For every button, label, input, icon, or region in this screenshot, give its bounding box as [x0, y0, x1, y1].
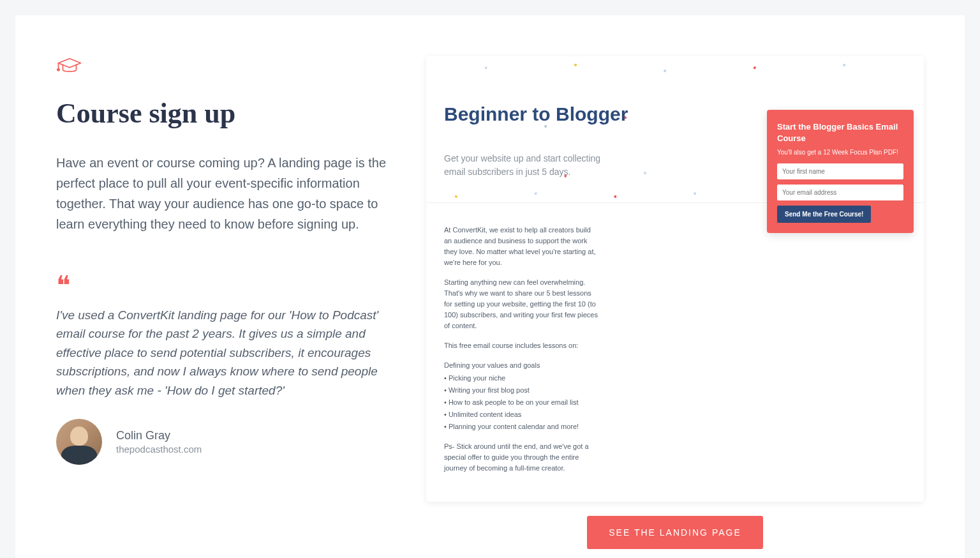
preview-list-item: • Unlimited content ideas — [444, 409, 600, 420]
landing-page-preview: Beginner to Blogger Get your website up … — [426, 56, 924, 502]
feature-card: Course sign up Have an event or course c… — [15, 15, 965, 558]
preview-list-item: • Writing your first blog post — [444, 385, 600, 396]
graduation-cap-icon — [56, 56, 388, 79]
see-landing-page-button[interactable]: SEE THE LANDING PAGE — [587, 516, 763, 549]
section-description: Have an event or course coming up? A lan… — [56, 153, 388, 234]
preview-paragraph: Starting anything new can feel overwhelm… — [444, 277, 600, 331]
preview-column: Beginner to Blogger Get your website up … — [426, 56, 924, 549]
preview-paragraph: This free email course includes lessons … — [444, 340, 600, 351]
cta-row: SEE THE LANDING PAGE — [426, 516, 924, 549]
author-site: thepodcasthost.com — [116, 444, 202, 455]
email-input[interactable] — [777, 185, 903, 200]
testimonial-quote: I've used a ConvertKit landing page for … — [56, 306, 388, 400]
preview-paragraph: At ConvertKit, we exist to help all crea… — [444, 225, 600, 268]
content-column: Course sign up Have an event or course c… — [56, 56, 388, 549]
section-title: Course sign up — [56, 97, 388, 130]
preview-body: At ConvertKit, we exist to help all crea… — [426, 203, 618, 502]
author-name: Colin Gray — [116, 429, 202, 442]
form-subtitle: You'll also get a 12 Week Focus Plan PDF… — [777, 149, 903, 156]
testimonial-author: Colin Gray thepodcasthost.com — [56, 419, 388, 465]
quote-icon: ❝ — [56, 273, 388, 299]
preview-paragraph: Ps- Stick around until the end, and we'v… — [444, 441, 600, 474]
preview-hero-subtitle: Get your website up and start collecting… — [444, 152, 610, 179]
preview-list-intro: Defining your values and goals — [444, 360, 600, 371]
form-title: Start the Blogger Basics Email Course — [777, 121, 903, 144]
preview-list-item: • Planning your content calendar and mor… — [444, 421, 600, 432]
first-name-input[interactable] — [777, 163, 903, 179]
signup-form-card: Start the Blogger Basics Email Course Yo… — [767, 110, 914, 233]
preview-list-item: • Picking your niche — [444, 373, 600, 384]
avatar — [56, 419, 102, 465]
send-course-button[interactable]: Send Me the Free Course! — [777, 206, 871, 223]
preview-list-item: • How to ask people to be on your email … — [444, 397, 600, 408]
